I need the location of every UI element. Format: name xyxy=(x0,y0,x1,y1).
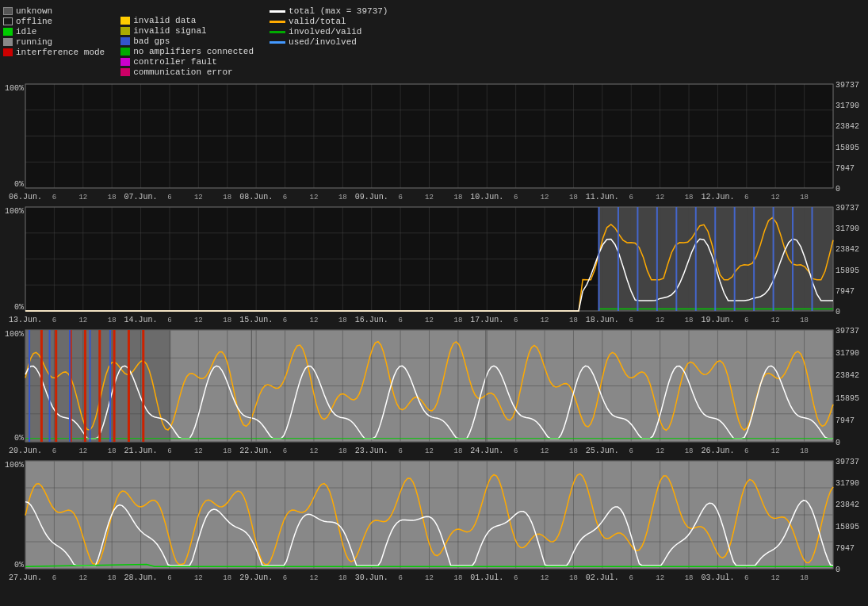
legend-invalid-spacer xyxy=(120,5,254,14)
total-label: total (max = 39737) xyxy=(289,6,388,16)
invalid-data-label: invalid data xyxy=(133,16,196,25)
interference-icon xyxy=(3,48,13,56)
interference-label: interference mode xyxy=(16,48,105,57)
involved-valid-icon xyxy=(270,31,285,33)
comm-error-icon xyxy=(120,68,130,76)
legend-offline: offline xyxy=(3,17,105,26)
unknown-label: unknown xyxy=(16,6,52,16)
legend-signals: total (max = 39737) valid/total involved… xyxy=(270,5,388,78)
chart-1 xyxy=(0,81,868,204)
offline-icon xyxy=(3,17,13,25)
valid-total-label: valid/total xyxy=(289,17,346,26)
involved-valid-label: involved/valid xyxy=(289,27,361,36)
total-line-icon xyxy=(270,10,285,13)
running-icon xyxy=(3,38,13,46)
chart-4 xyxy=(0,458,868,585)
invalid-signal-icon xyxy=(120,27,130,35)
idle-label: idle xyxy=(16,27,36,36)
no-amp-icon xyxy=(120,48,130,56)
invalid-signal-label: invalid signal xyxy=(133,26,206,36)
idle-icon xyxy=(3,28,13,36)
no-amp-label: no amplifiers connected xyxy=(133,47,254,56)
chart-3 xyxy=(0,327,868,458)
legend-invalid: invalid data invalid signal bad gps no a… xyxy=(120,5,254,78)
legend-bg: unknown offline idle running interferenc… xyxy=(3,5,105,78)
charts-container xyxy=(0,81,868,585)
controller-fault-label: controller fault xyxy=(133,57,217,67)
running-label: running xyxy=(16,37,52,47)
legend-panel: unknown offline idle running interferenc… xyxy=(0,3,868,81)
legend-idle: idle xyxy=(3,27,105,36)
legend-invalid-signal: invalid signal xyxy=(120,26,254,36)
chart-2 xyxy=(0,204,868,327)
controller-fault-icon xyxy=(120,58,130,66)
legend-involved-valid: involved/valid xyxy=(270,27,388,36)
legend-used-involved: used/involved xyxy=(270,37,388,47)
legend-bad-gps: bad gps xyxy=(120,36,254,46)
used-involved-icon xyxy=(270,41,285,44)
legend-controller-fault: controller fault xyxy=(120,57,254,67)
offline-label: offline xyxy=(16,17,52,26)
legend-comm-error: communication error xyxy=(120,67,254,77)
legend-invalid-data: invalid data xyxy=(120,16,254,25)
legend-no-amp: no amplifiers connected xyxy=(120,47,254,56)
bad-gps-icon xyxy=(120,37,130,45)
unknown-icon xyxy=(3,7,13,15)
bad-gps-label: bad gps xyxy=(133,36,170,46)
used-involved-label: used/involved xyxy=(289,37,357,47)
legend-interference: interference mode xyxy=(3,48,105,57)
legend-total: total (max = 39737) xyxy=(270,6,388,16)
valid-total-icon xyxy=(270,21,285,23)
legend-running: running xyxy=(3,37,105,47)
legend-valid-total: valid/total xyxy=(270,17,388,26)
legend-unknown: unknown xyxy=(3,6,105,16)
comm-error-label: communication error xyxy=(133,67,232,77)
invalid-data-icon xyxy=(120,17,130,25)
